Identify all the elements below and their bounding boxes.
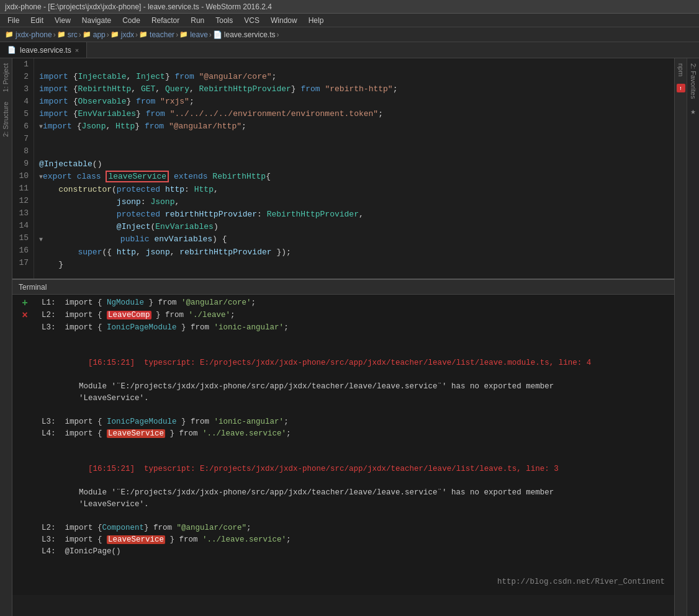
project-panel-label[interactable]: 1: Project [0, 58, 12, 97]
terminal-error-1-msg1: Module '¨E:/projects/jxdx/jxdx-phone/src… [12, 381, 674, 393]
breadcrumb-item-1[interactable]: src [68, 30, 78, 39]
terminal-label: Terminal [19, 283, 47, 292]
terminal-error-2-msg1: Module '¨E:/projects/jxdx/jxdx-phone/src… [12, 487, 674, 499]
menu-navigate[interactable]: Navigate [77, 15, 116, 26]
terminal-error-1-msg2: 'LeaveService'. [12, 393, 674, 404]
terminal-line-l3c: L3: import { LeaveService } from '../lea… [12, 534, 674, 546]
terminal-line-l3: L3: import { IonicPageModule } from 'ion… [12, 322, 674, 334]
breadcrumb-item-2[interactable]: app [93, 30, 106, 39]
terminal-panel: Terminal + L1: import { NgModule } from … [12, 279, 674, 595]
npm-icon: ! [677, 84, 685, 92]
terminal-line-l4: L4: import { LeaveService } from '../lea… [12, 428, 674, 440]
menu-code[interactable]: Code [117, 15, 145, 26]
code-editor: 1234 5678 9101112 13141516 17 import {In… [12, 58, 674, 279]
breadcrumb-item-6[interactable]: leave.service.ts [224, 30, 276, 39]
favorites-sidebar: 2: Favorites ★ [687, 58, 699, 616]
breadcrumb-file-icon: 📄 [213, 30, 222, 39]
menu-tools[interactable]: Tools [210, 15, 238, 26]
cross-icon: × [22, 310, 28, 322]
main-layout: 1: Project 2: Structure 1234 5678 910111… [0, 58, 699, 616]
terminal-body[interactable]: + L1: import { NgModule } from '@angular… [12, 295, 674, 595]
breadcrumb-teacher-icon: 📁 [139, 30, 148, 38]
code-content[interactable]: import {Injectable, Inject} from "@angul… [34, 58, 674, 279]
breadcrumb-app-icon: 📁 [83, 30, 91, 38]
favorites-label[interactable]: 2: Favorites [688, 58, 699, 104]
breadcrumb-src-icon: 📁 [57, 30, 66, 38]
menu-vcs[interactable]: VCS [239, 15, 264, 26]
tab-bar: 📄 leave.service.ts × [0, 42, 699, 58]
tab-close-button[interactable]: × [75, 47, 79, 54]
npm-label[interactable]: npm [675, 58, 687, 81]
structure-panel-label[interactable]: 2: Structure [0, 97, 12, 142]
terminal-header: Terminal [12, 280, 674, 295]
terminal-error-2: [16:15:21] typescript: E:/projects/jxdx/… [12, 452, 674, 487]
breadcrumb-item-0[interactable]: jxdx-phone [16, 30, 52, 39]
line-numbers: 1234 5678 9101112 13141516 17 [12, 58, 34, 279]
menu-window[interactable]: Window [266, 15, 302, 26]
terminal-url-line: http://blog.csdn.net/River_Continent [12, 576, 674, 588]
breadcrumb-root-icon: 📁 [5, 30, 14, 38]
title-bar: jxdx-phone - [E:\projects\jxdx\jxdx-phon… [0, 0, 699, 14]
npm-sidebar: npm ! [674, 58, 687, 616]
plus-icon: + [22, 298, 28, 310]
favorites-star-icon: ★ [688, 104, 698, 119]
breadcrumb-leave-icon: 📁 [179, 30, 188, 38]
tab-label: leave.service.ts [20, 46, 71, 55]
terminal-error-1: [16:15:21] typescript: E:/projects/jxdx/… [12, 346, 674, 381]
terminal-line-l3b: L3: import { IonicPageModule } from 'ion… [12, 416, 674, 428]
menu-view[interactable]: View [50, 15, 76, 26]
menu-run[interactable]: Run [186, 15, 209, 26]
tab-file-icon: 📄 [7, 46, 16, 54]
editor-area: 1234 5678 9101112 13141516 17 import {In… [12, 58, 674, 616]
editor-tab[interactable]: 📄 leave.service.ts × [0, 42, 87, 58]
title-text: jxdx-phone - [E:\projects\jxdx\jxdx-phon… [5, 2, 272, 11]
menu-refactor[interactable]: Refactor [147, 15, 184, 26]
terminal-line-l4b: L4: @IonicPage() [12, 546, 674, 558]
breadcrumb-item-5[interactable]: leave [190, 30, 208, 39]
breadcrumb-jxdx-icon: 📁 [110, 30, 119, 38]
terminal-error-2-msg2: 'LeaveService'. [12, 499, 674, 511]
breadcrumb-item-3[interactable]: jxdx [121, 30, 134, 39]
terminal-line-l1: + L1: import { NgModule } from '@angular… [12, 297, 674, 310]
terminal-line-l2: × L2: import { LeaveComp } from './leave… [12, 310, 674, 322]
menu-file[interactable]: File [2, 15, 24, 26]
menu-help[interactable]: Help [304, 15, 329, 26]
terminal-line-l2b: L2: import {Component} from "@angular/co… [12, 522, 674, 534]
menu-bar: File Edit View Navigate Code Refactor Ru… [0, 14, 699, 27]
left-sidebar: 1: Project 2: Structure [0, 58, 12, 616]
breadcrumb: 📁 jxdx-phone › 📁 src › 📁 app › 📁 jxdx › … [0, 27, 699, 42]
menu-edit[interactable]: Edit [25, 15, 48, 26]
breadcrumb-item-4[interactable]: teacher [150, 30, 174, 39]
